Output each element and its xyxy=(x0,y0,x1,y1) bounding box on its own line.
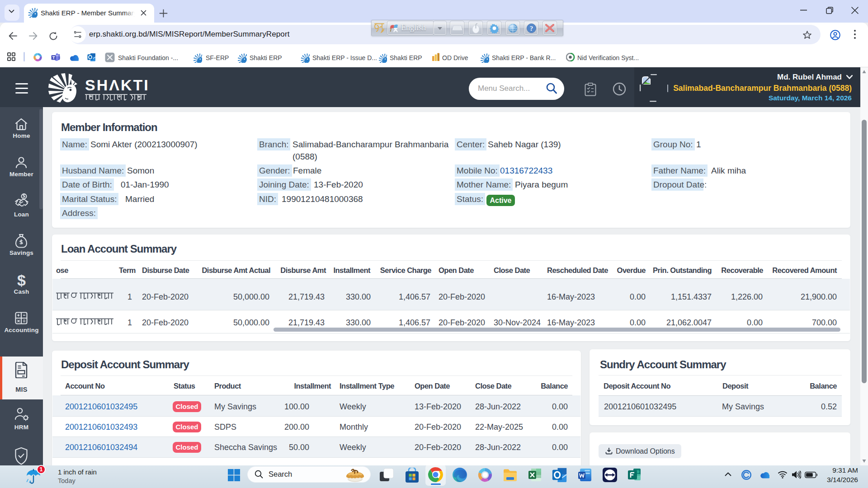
svg-text:?: ? xyxy=(530,25,533,32)
